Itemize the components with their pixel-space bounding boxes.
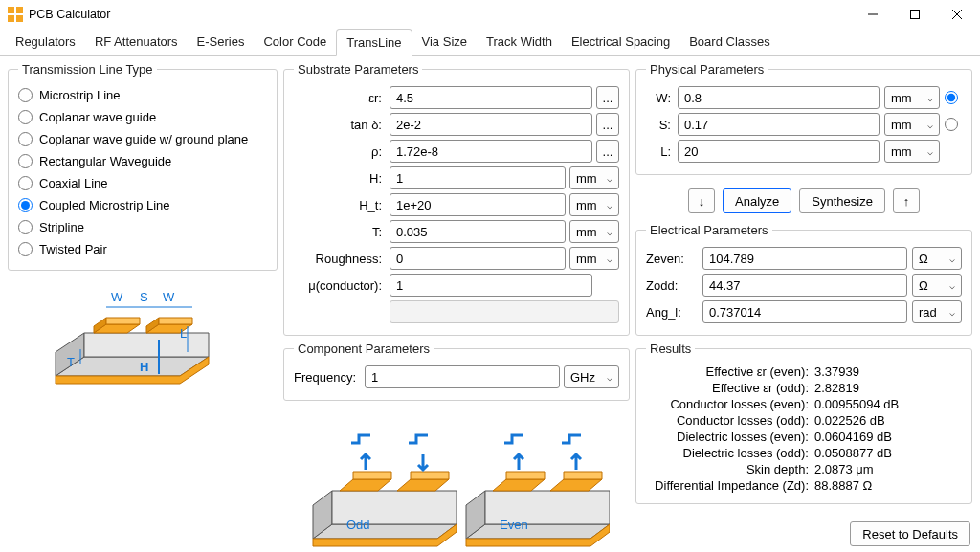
svg-marker-11 — [84, 333, 209, 357]
synthesize-up-button[interactable]: ↑ — [893, 188, 920, 213]
angl-label: Ang_l: — [646, 305, 698, 320]
minimize-button[interactable] — [852, 0, 894, 29]
svg-text:H: H — [140, 360, 148, 374]
angl-input[interactable] — [702, 300, 907, 323]
substrate-extra-readonly — [390, 300, 619, 323]
T-input[interactable] — [390, 220, 566, 243]
rho-input[interactable] — [390, 140, 592, 163]
H-unit-select[interactable]: mm⌵ — [569, 166, 619, 189]
tl-option-microstrip[interactable]: Microstrip Line — [18, 84, 267, 106]
er-browse-button[interactable]: ... — [596, 86, 619, 109]
svg-text:T: T — [67, 355, 75, 369]
cross-section-diagram: W S W T H L — [8, 276, 278, 408]
results-legend: Results — [646, 342, 695, 356]
result-label: Dielectric losses (odd): — [646, 446, 809, 460]
tl-option-rect-waveguide[interactable]: Rectangular Waveguide — [18, 150, 267, 172]
svg-text:W: W — [163, 290, 175, 304]
result-value: 0.0604169 dB — [814, 430, 962, 444]
svg-marker-46 — [550, 479, 602, 491]
synthesize-button[interactable]: Synthesize — [799, 188, 885, 213]
physical-parameters-group: Physical Parameters W:mm⌵ S:mm⌵ L:mm⌵ — [635, 62, 972, 175]
mu-input[interactable] — [390, 274, 592, 297]
results-group: Results Effective εr (even):3.37939 Effe… — [635, 342, 972, 504]
svg-marker-47 — [564, 472, 602, 479]
rho-browse-button[interactable]: ... — [596, 140, 619, 163]
tab-regulators[interactable]: Regulators — [6, 29, 85, 55]
S-input[interactable] — [678, 113, 880, 136]
rough-unit-select[interactable]: mm⌵ — [569, 247, 619, 270]
tab-bar: Regulators RF Attenuators E-Series Color… — [0, 29, 980, 56]
result-value: 2.82819 — [814, 381, 962, 395]
tl-option-coplanar[interactable]: Coplanar wave guide — [18, 106, 267, 128]
Ht-label: H_t: — [294, 198, 386, 212]
Ht-input[interactable] — [390, 193, 566, 216]
result-label: Effective εr (odd): — [646, 381, 809, 395]
tab-board-classes[interactable]: Board Classes — [679, 29, 780, 55]
substrate-legend: Substrate Parameters — [294, 62, 422, 77]
reset-to-defaults-button[interactable]: Reset to Defaults — [850, 521, 970, 546]
tab-rf-attenuators[interactable]: RF Attenuators — [85, 29, 188, 55]
maximize-button[interactable] — [894, 0, 936, 29]
zeven-input[interactable] — [702, 247, 907, 270]
close-button[interactable] — [936, 0, 978, 29]
T-unit-select[interactable]: mm⌵ — [569, 220, 619, 243]
angl-unit-select[interactable]: rad⌵ — [912, 300, 962, 323]
Ht-unit-select[interactable]: mm⌵ — [569, 193, 619, 216]
svg-text:W: W — [111, 290, 123, 304]
tl-option-coplanar-gnd[interactable]: Coplanar wave guide w/ ground plane — [18, 128, 267, 150]
L-input[interactable] — [678, 140, 880, 163]
svg-marker-45 — [506, 472, 545, 479]
W-input[interactable] — [678, 86, 880, 109]
result-label: Effective εr (even): — [646, 364, 809, 379]
W-label: W: — [646, 91, 673, 105]
analyze-button[interactable]: Analyze — [723, 188, 791, 213]
svg-marker-38 — [411, 472, 449, 479]
result-label: Conductor losses (odd): — [646, 413, 809, 428]
result-value: 0.0508877 dB — [814, 446, 962, 460]
result-label: Differential Impedance (Zd): — [646, 478, 809, 493]
zeven-unit-select[interactable]: Ω⌵ — [912, 247, 962, 270]
tab-via-size[interactable]: Via Size — [412, 29, 477, 55]
svg-marker-37 — [397, 479, 449, 491]
W-unit-select[interactable]: mm⌵ — [884, 86, 940, 109]
svg-text:Odd: Odd — [346, 518, 370, 532]
zodd-unit-select[interactable]: Ω⌵ — [912, 274, 962, 297]
analyze-down-button[interactable]: ↓ — [688, 188, 715, 213]
tab-e-series[interactable]: E-Series — [188, 29, 255, 55]
S-select-radio[interactable] — [945, 118, 958, 131]
app-icon — [8, 7, 23, 22]
svg-text:Even: Even — [500, 518, 528, 532]
er-input[interactable] — [390, 86, 592, 109]
zodd-input[interactable] — [702, 274, 907, 297]
W-select-radio[interactable] — [945, 91, 958, 104]
tand-input[interactable] — [390, 113, 592, 136]
svg-marker-15 — [106, 318, 140, 324]
freq-input[interactable] — [365, 365, 560, 388]
svg-marker-35 — [340, 479, 391, 491]
svg-marker-40 — [466, 524, 610, 539]
result-label: Dielectric losses (even): — [646, 430, 809, 444]
er-label: εr: — [294, 91, 386, 105]
L-unit-select[interactable]: mm⌵ — [884, 140, 940, 163]
tab-transline[interactable]: TransLine — [336, 29, 412, 56]
result-value: 0.022526 dB — [814, 413, 962, 428]
tl-option-coupled-microstrip[interactable]: Coupled Microstrip Line — [18, 194, 267, 216]
svg-text:S: S — [140, 290, 148, 304]
result-value: 3.37939 — [814, 364, 962, 379]
physical-legend: Physical Parameters — [646, 62, 768, 77]
tab-electrical-spacing[interactable]: Electrical Spacing — [562, 29, 679, 55]
window-title: PCB Calculator — [29, 8, 852, 21]
S-unit-select[interactable]: mm⌵ — [884, 113, 940, 136]
tl-option-twisted-pair[interactable]: Twisted Pair — [18, 238, 267, 260]
result-value: 2.0873 μm — [814, 462, 962, 476]
tl-option-coaxial[interactable]: Coaxial Line — [18, 172, 267, 194]
tand-browse-button[interactable]: ... — [596, 113, 619, 136]
H-input[interactable] — [390, 166, 566, 189]
tl-option-stripline[interactable]: Stripline — [18, 216, 267, 238]
freq-unit-select[interactable]: GHz⌵ — [564, 365, 619, 388]
rough-input[interactable] — [390, 247, 566, 270]
svg-rect-3 — [16, 15, 23, 22]
tab-track-width[interactable]: Track Width — [477, 29, 562, 55]
tab-color-code[interactable]: Color Code — [254, 29, 336, 55]
svg-marker-36 — [353, 472, 391, 479]
